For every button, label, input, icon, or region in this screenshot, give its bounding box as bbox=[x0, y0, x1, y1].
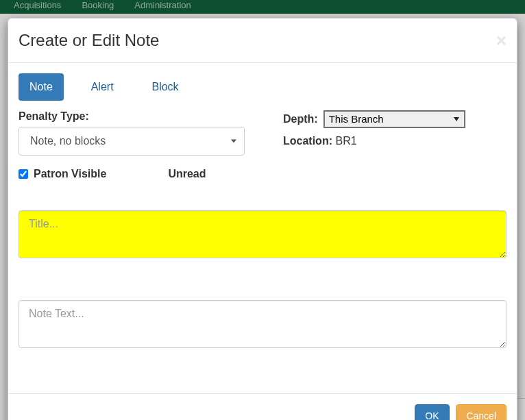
ok-button[interactable]: OK bbox=[415, 404, 449, 420]
depth-label: Depth: bbox=[283, 113, 318, 125]
location-value: BR1 bbox=[335, 135, 356, 147]
modal-footer: OK Cancel bbox=[8, 393, 517, 420]
modal-body: Note Alert Block Penalty Type: Note, no … bbox=[8, 63, 517, 360]
penalty-type-select[interactable]: Note, no blocks bbox=[19, 127, 245, 156]
depth-select[interactable]: This Branch bbox=[324, 111, 465, 127]
patron-visible-label[interactable]: Patron Visible bbox=[19, 168, 106, 180]
close-icon[interactable]: × bbox=[496, 32, 506, 49]
penalty-type-label: Penalty Type: bbox=[19, 110, 89, 123]
note-type-tabs: Note Alert Block bbox=[19, 73, 506, 101]
location-line: Location: BR1 bbox=[283, 135, 506, 147]
note-text-input[interactable] bbox=[19, 300, 506, 348]
unread-label: Unread bbox=[168, 168, 206, 180]
modal-title: Create or Edit Note bbox=[19, 29, 159, 52]
tab-note[interactable]: Note bbox=[19, 73, 64, 101]
tab-alert[interactable]: Alert bbox=[80, 73, 125, 101]
tab-block[interactable]: Block bbox=[141, 73, 189, 101]
patron-visible-checkbox[interactable] bbox=[19, 169, 28, 179]
title-input[interactable] bbox=[19, 210, 506, 258]
cancel-button[interactable]: Cancel bbox=[456, 404, 506, 420]
modal-header: Create or Edit Note × bbox=[8, 18, 517, 63]
note-modal: Create or Edit Note × Note Alert Block P… bbox=[8, 18, 517, 420]
location-label: Location: bbox=[283, 135, 332, 147]
